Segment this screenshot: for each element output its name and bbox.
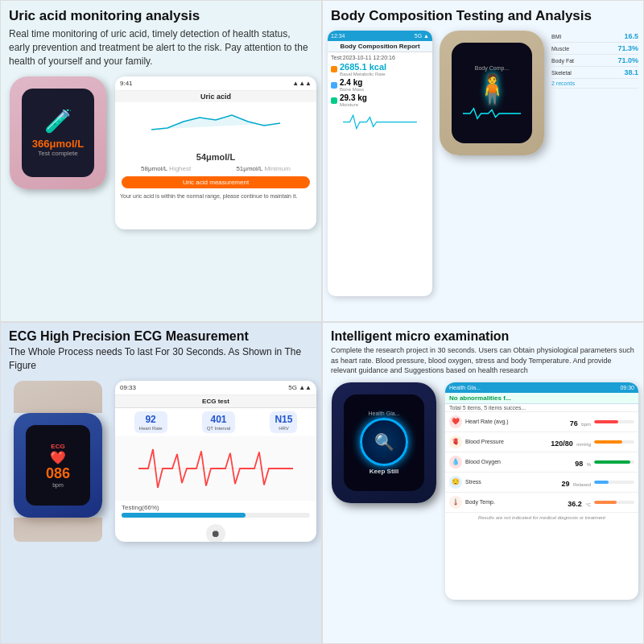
ua-main-reading: 54μmol/L <box>115 151 316 163</box>
bc-stat-bmi: BMI 16.5 <box>551 31 638 43</box>
ecg-watch-wrap: ECG ❤️ 086 bpm <box>6 381 110 542</box>
ecg-watch: ECG ❤️ 086 bpm <box>14 413 102 518</box>
bc-time: 12:34 <box>331 33 345 39</box>
main-grid: Uric acid monitoring analysis Real time … <box>0 0 644 644</box>
bc-right-stats: BMI 16.5 Muscle 71.3% Body Fat 71.0% Ske… <box>551 31 638 296</box>
bc-watch-screen: Body Comp... 🧍 <box>452 43 532 143</box>
ecg-stat-hrv: N15 HRV <box>270 411 297 433</box>
ecg-title: ECG High Precision ECG Measurement <box>1 323 321 345</box>
im-watch-screen: Health Gla... 🔍 Keep Still <box>344 394 424 491</box>
micro-exam-subtitle: Complete the research project in 30 seco… <box>323 345 643 379</box>
im-disclaimer: Results are not indicated for medical di… <box>445 513 638 522</box>
uric-acid-title: Uric acid monitoring analysis <box>1 1 321 27</box>
bc-bmr-dot <box>331 66 337 72</box>
bc-phone-title: Body Composition Report <box>328 41 432 52</box>
oxygen-bar <box>594 460 634 464</box>
bc-bone-label: Bone Mass <box>340 87 364 92</box>
ecg-bpm: 086 <box>46 465 70 482</box>
bc-stat-muscle-pct: 71.3% <box>617 44 638 52</box>
ua-readings-row: 58μmol/L Highest 51μmol/L Minimum <box>115 163 316 174</box>
temp-value: 36.2 °C <box>568 495 591 510</box>
ecg-progress-bar <box>122 513 310 518</box>
bc-bmr-label: Basal Metabolic Rate <box>340 72 386 76</box>
bc-bmr: 2685.1 kcal Basal Metabolic Rate <box>340 62 386 76</box>
bc-stat-skeletal: Skeletal 38.1 <box>551 67 638 79</box>
bp-bar <box>594 440 634 444</box>
human-figure-icon: 🧍 <box>474 72 510 106</box>
bc-bone-row: 2.4 kg Bone Mass <box>331 78 429 92</box>
phone-icons: ▲▲▲ <box>292 80 312 87</box>
ua-chart-svg <box>118 105 313 138</box>
ecg-done-button[interactable]: ⏺ <box>206 524 225 542</box>
bc-bone-dot <box>331 82 337 89</box>
ua-chart-area <box>115 102 316 151</box>
stress-label: Stress <box>465 479 559 485</box>
ecg-phone-icons: 5G ▲▲ <box>288 384 312 391</box>
vital-stress: 😌 Stress 29 Relaxed <box>445 473 638 493</box>
ecg-subtitle: The Whole Process needs To last For 30 S… <box>1 345 321 378</box>
ua-note: Your uric acid is within the normal rang… <box>115 191 316 201</box>
temp-icon: 🌡️ <box>449 496 462 509</box>
temp-label: Body Temp. <box>465 499 564 505</box>
uric-acid-phone-container: 9:41 ▲▲▲ Uric acid 54μmol/L 58μmol/L Hig… <box>115 76 316 229</box>
bc-stat-bmi-label: BMI <box>551 34 561 39</box>
oxygen-value: 98 % <box>575 455 591 469</box>
im-phone: Health Gla... 09:30 No abnormalities f..… <box>445 382 638 600</box>
ecg-body: ECG ❤️ 086 bpm 09:33 5G ▲▲ ECG test <box>1 378 321 605</box>
bc-phone: 12:34 5G ▲ Body Composition Report Test:… <box>328 31 432 296</box>
ecg-cell: ECG High Precision ECG Measurement The W… <box>0 322 322 644</box>
uric-acid-phone: 9:41 ▲▲▲ Uric acid 54μmol/L 58μmol/L Hig… <box>115 76 316 229</box>
bc-stat-muscle: Muscle 71.3% <box>551 43 638 55</box>
bc-test-date: Test:2023-10-11 12:20:16 <box>331 55 429 60</box>
heart-rate-label: Heart Rate (avg.) <box>465 419 567 424</box>
ecg-progress-fill <box>122 513 246 518</box>
body-comp-title: Body Composition Testing and Analysis <box>323 1 643 27</box>
vitals-list: ❤️ Heart Rate (avg.) 76 bpm 🫀 Blood <box>445 412 638 513</box>
uric-acid-watch-screen: 🧪 366μmol/L Test complete <box>22 89 94 177</box>
micro-exam-title: Intelligent micro examination <box>323 323 643 345</box>
heart-rate-icon: ❤️ <box>449 415 462 428</box>
heart-icon: ❤️ <box>50 450 66 465</box>
bc-stat-skeletal-label: Skeletal <box>551 70 572 76</box>
bc-stat-bodyfat-label: Body Fat <box>551 58 574 64</box>
uric-acid-cell: Uric acid monitoring analysis Real time … <box>0 0 322 322</box>
im-phone-total: Total 5 items, 5 items succes... <box>445 404 638 412</box>
ecg-unit: bpm <box>52 482 64 488</box>
ecg-phone-title: ECG test <box>115 395 316 408</box>
bp-value: 120/80 mmHg <box>551 435 591 449</box>
uric-acid-test-label: Test complete <box>38 150 77 157</box>
vital-blood-pressure: 🫀 Blood Pressure 120/80 mmHg <box>445 432 638 452</box>
flask-icon: 🧪 <box>44 108 72 134</box>
bc-stat-bodyfat-pct: 71.0% <box>617 56 638 64</box>
blood-pressure-icon: 🫀 <box>449 436 462 448</box>
bp-label: Blood Pressure <box>465 439 547 444</box>
bc-moisture: 29.3 kg Moisture <box>340 93 367 107</box>
phone-title: Uric acid <box>115 91 316 102</box>
ecg-watch-screen: ECG ❤️ 086 bpm <box>26 425 90 506</box>
im-watch: Health Gla... 🔍 Keep Still <box>332 382 436 503</box>
bc-records-label: 2 records <box>551 80 575 86</box>
bc-stat-records: 2 records <box>551 79 638 89</box>
bc-stat-skeletal-val: 38.1 <box>624 68 638 76</box>
bc-watch-label: Body Comp... <box>475 65 509 71</box>
hand-bg <box>14 381 102 413</box>
vital-body-temp: 🌡️ Body Temp. 36.2 °C <box>445 493 638 513</box>
wrist-bg <box>14 518 102 542</box>
oxygen-label: Blood Oxygen <box>465 459 572 464</box>
bc-bone: 2.4 kg Bone Mass <box>340 78 364 92</box>
vital-blood-oxygen: 💧 Blood Oxygen 98 % <box>445 452 638 473</box>
bc-ecg-svg <box>331 112 429 132</box>
ecg-stats-row: 92 Heart Rate 401 QT Interval N15 HRV <box>115 408 316 436</box>
heart-rate-bar-fill <box>594 420 618 423</box>
phone-status-bar: 9:41 ▲▲▲ <box>115 76 316 91</box>
bp-bar-fill <box>594 440 622 444</box>
im-watch-header: Health Gla... <box>369 411 400 416</box>
stress-bar-fill <box>594 481 609 484</box>
ua-low: 51μmol/L Minimum <box>236 165 290 172</box>
ecg-stat-hr: 92 Heart Rate <box>134 411 167 433</box>
bc-phone-header: 12:34 5G ▲ <box>328 31 432 41</box>
ecg-phone: 09:33 5G ▲▲ ECG test 92 Heart Rate 401 Q… <box>115 381 316 542</box>
ua-measure-button[interactable]: Uric acid measurement <box>122 176 310 188</box>
im-watch-stilltext: Keep Still <box>369 468 398 475</box>
body-comp-body: 12:34 5G ▲ Body Composition Report Test:… <box>323 27 643 299</box>
